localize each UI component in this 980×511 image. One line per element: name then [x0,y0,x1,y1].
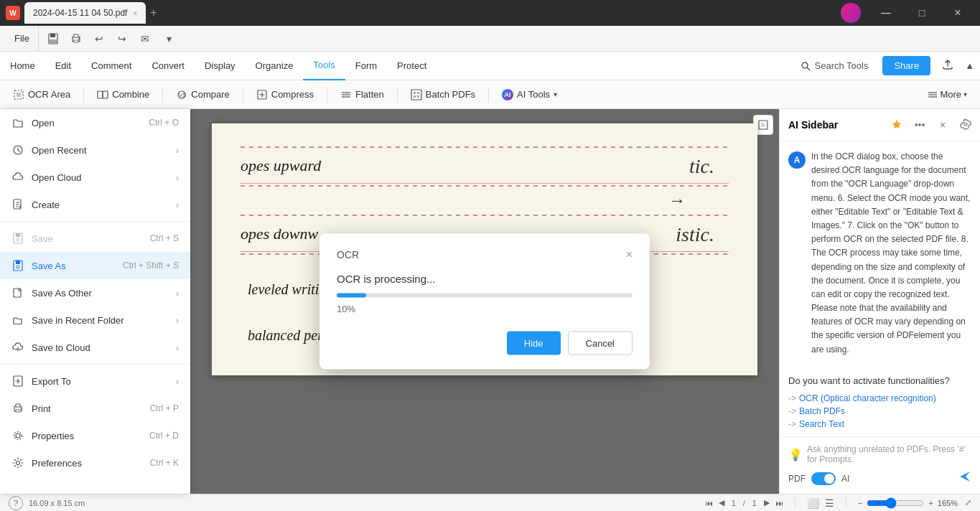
ai-sidebar-settings-icon[interactable] [960,118,971,132]
toolbar-separator-5 [397,87,398,103]
page-total: 1 [751,499,758,507]
close-window-button[interactable]: × [941,2,974,24]
nav-item-home[interactable]: Home [0,52,45,80]
page-current: 1 [730,499,737,507]
menu-item-save-cloud[interactable]: Save to Cloud › [0,334,190,361]
svg-point-54 [964,123,967,126]
ai-question: Do you want to activate functionalities? [788,375,971,386]
undo-icon-btn[interactable]: ↩ [89,29,109,49]
share-button[interactable]: Share [882,56,930,75]
svg-rect-47 [16,404,20,407]
page-last-btn[interactable]: ⏭ [775,499,783,507]
nav-item-display[interactable]: Display [195,52,246,80]
compare-button[interactable]: VS Compare [169,85,236,104]
nav-item-tools[interactable]: Tools [303,52,345,80]
page-next-btn[interactable]: ▶ [764,498,770,507]
compress-button[interactable]: Compress [249,85,321,104]
ocr-dialog: OCR × OCR is processing... 10% Hide Canc… [319,234,650,370]
ai-link-search-label[interactable]: Search Text [799,419,844,429]
menu-save-as-shortcut: Ctrl + Shift + S [123,261,179,271]
ai-tools-button[interactable]: AI AI Tools ▾ [495,85,564,104]
nav-item-convert[interactable]: Convert [141,52,195,80]
search-tools-button[interactable]: Search Tools [792,52,877,80]
ai-link-batch-label[interactable]: Batch PDFs [799,406,845,416]
combine-button[interactable]: Combine [90,85,157,104]
collapse-nav-button[interactable]: ▲ [959,60,980,71]
create-arrow: › [176,200,179,210]
file-menu-button[interactable]: File [6,26,39,52]
help-button[interactable]: ? [9,496,23,510]
minimize-button[interactable]: ─ [869,2,902,24]
svg-rect-13 [98,91,103,98]
email-icon-btn[interactable]: ✉ [135,29,155,49]
app-icon: W [6,6,20,20]
svg-rect-25 [414,95,416,98]
nav-item-comment[interactable]: Comment [81,52,141,80]
ai-link-search-arrow: -> [788,419,796,429]
save-icon-btn[interactable] [43,29,63,49]
redo-icon-btn[interactable]: ↪ [112,29,132,49]
ocr-area-button[interactable]: OCR Area [6,85,78,104]
active-tab[interactable]: 2024-04-15 11 04 50.pdf × [24,2,146,24]
ocr-area-label: OCR Area [28,89,70,100]
menu-item-save-recent[interactable]: Save in Recent Folder › [0,306,190,334]
zoom-slider[interactable] [867,497,924,509]
print-icon-btn[interactable] [66,29,86,49]
ocr-hide-button[interactable]: Hide [507,332,561,355]
save-cloud-arrow: › [176,342,179,353]
nav-item-form[interactable]: Form [345,52,387,80]
menu-item-properties[interactable]: Properties Ctrl + D [0,422,190,449]
nav-item-organize[interactable]: Organize [246,52,304,80]
menu-divider-2 [0,364,190,365]
menu-item-create[interactable]: Create › [0,191,190,218]
menu-item-save-as-other[interactable]: Save As Other › [0,279,190,306]
fit-page-button[interactable]: ⤢ [965,498,971,507]
ai-send-button[interactable] [958,470,971,487]
menu-item-export[interactable]: Export To › [0,367,190,395]
ocr-cancel-button[interactable]: Cancel [568,332,633,355]
ai-link-search[interactable]: -> Search Text [788,419,971,429]
view-page-btn[interactable]: ⬜ [807,497,819,509]
menu-item-save-as[interactable]: Save As Ctrl + Shift + S [0,252,190,279]
flatten-button[interactable]: Flatten [333,85,391,104]
ai-sidebar-footer: 💡 Ask anything unrelated to PDFs. Press … [780,436,980,494]
nav-item-edit[interactable]: Edit [45,52,81,80]
upload-icon-btn[interactable] [936,59,959,72]
menu-item-preferences[interactable]: Preferences Ctrl + K [0,449,190,477]
page-first-btn[interactable]: ⏮ [705,499,713,507]
view-list-btn[interactable]: ☰ [825,497,834,509]
nav-item-protect[interactable]: Protect [387,52,437,80]
svg-rect-36 [16,233,20,237]
save-as-other-icon [11,286,24,299]
zoom-in-button[interactable]: + [928,499,933,507]
ai-link-batch[interactable]: -> Batch PDFs [788,406,971,416]
menu-item-open-recent[interactable]: Open Recent › [0,136,190,164]
ai-sidebar-close-icon[interactable]: × [934,116,951,133]
more-button[interactable]: More ▾ [920,85,974,103]
ocr-close-button[interactable]: × [626,248,633,261]
ai-sidebar-more-icon[interactable]: ••• [911,116,928,133]
ai-input-row: 💡 Ask anything unrelated to PDFs. Press … [788,444,971,464]
batch-pdfs-button[interactable]: Batch PDFs [403,85,482,104]
menu-item-open-cloud[interactable]: Open Cloud › [0,164,190,191]
close-tab-button[interactable]: × [133,9,137,17]
pdf-toggle[interactable] [811,472,836,485]
ai-link-ocr-label[interactable]: OCR (Optical character recognition) [799,393,936,403]
ai-link-ocr[interactable]: -> OCR (Optical character recognition) [788,393,971,403]
new-tab-button[interactable]: + [150,6,157,19]
maximize-button[interactable]: □ [905,2,938,24]
svg-rect-24 [417,92,419,94]
ocr-dialog-header: OCR × [337,248,633,261]
compress-label: Compress [271,89,314,100]
save-cloud-icon [11,341,24,354]
profile-avatar[interactable] [841,3,861,23]
expand-icon-btn[interactable]: ▾ [159,29,179,49]
menu-item-print[interactable]: Print Ctrl + P [0,395,190,422]
toolbar-separator-2 [162,87,163,103]
page-prev-btn[interactable]: ◀ [719,498,724,507]
menu-item-open[interactable]: Open Ctrl + O [0,109,190,136]
document-dimensions: 16.09 x 8.15 cm [29,499,85,507]
zoom-out-button[interactable]: − [858,499,862,507]
ocr-progress-bar [337,294,633,298]
ai-sidebar-star-icon[interactable] [888,116,905,133]
